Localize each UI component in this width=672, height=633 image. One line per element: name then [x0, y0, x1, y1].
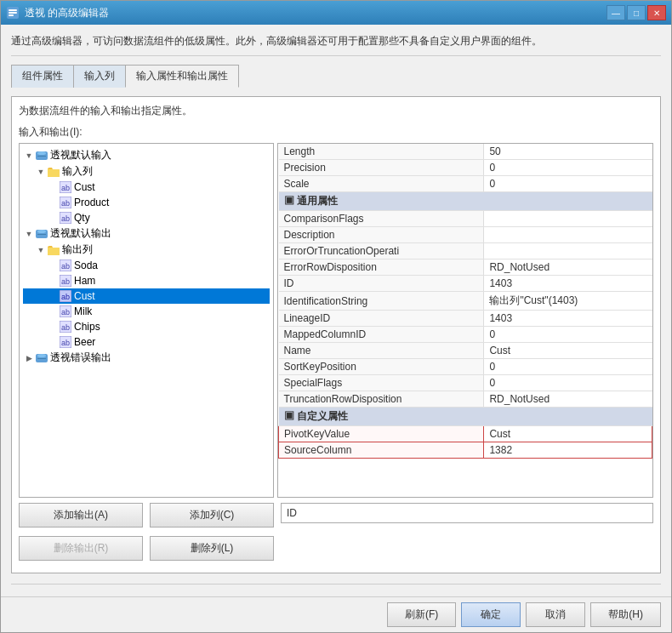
toggle-root-output[interactable]: ▼: [23, 228, 35, 240]
separator: [11, 584, 661, 585]
tree-item-ham[interactable]: ab Ham: [23, 273, 270, 288]
toggle-output-cols[interactable]: ▼: [35, 244, 47, 256]
prop-value-scale[interactable]: 0: [484, 176, 652, 192]
prop-row-scale: Scale 0: [279, 176, 652, 192]
close-button[interactable]: ✕: [647, 5, 666, 20]
prop-value-comparison[interactable]: [484, 211, 652, 227]
db-icon-error: [35, 351, 48, 365]
tree-buttons: 添加输出(A) 添加列(C) 删除输出(R) 删除列(L): [19, 503, 274, 566]
prop-name-error-op: ErrorOrTruncationOperati: [279, 243, 484, 259]
remove-column-button[interactable]: 删除列(L): [150, 536, 274, 561]
label-chips: Chips: [74, 321, 100, 333]
prop-value-truncation[interactable]: RD_NotUsed: [484, 391, 652, 408]
add-column-button[interactable]: 添加列(C): [150, 503, 274, 528]
col-icon-milk: ab: [59, 305, 72, 318]
svg-rect-3: [9, 14, 14, 16]
prop-group-custom: ▣ 自定义属性: [279, 408, 652, 426]
col-icon-qty: ab: [59, 211, 72, 225]
title-controls: — □ ✕: [607, 5, 666, 20]
prop-name-name: Name: [279, 343, 484, 359]
tree-item-root-error[interactable]: ▶ 透视错误输出: [23, 350, 270, 366]
toggle-root-error[interactable]: ▶: [23, 352, 35, 364]
prop-value-id[interactable]: 1403: [484, 276, 652, 292]
tree-item-output-cols[interactable]: ▼ 输出列: [23, 242, 270, 258]
toggle-milk: [47, 305, 59, 317]
tab-input-output[interactable]: 输入属性和输出属性: [125, 65, 239, 88]
group-expand-custom: ▣: [284, 410, 294, 422]
io-label: 输入和输出(I):: [19, 125, 653, 140]
title-bar: 透视 的高级编辑器 — □ ✕: [1, 1, 671, 25]
prop-value-error-op[interactable]: [484, 243, 652, 259]
col-icon-ham: ab: [59, 274, 72, 288]
props-info-bar: ID: [281, 503, 653, 523]
app-icon: [6, 6, 20, 20]
tree-item-qty[interactable]: ab Qty: [23, 210, 270, 225]
prop-row-idstring: IdentificationString 输出列"Cust"(1403): [279, 292, 652, 311]
prop-value-name[interactable]: Cust: [484, 343, 652, 359]
tree-item-root-input[interactable]: ▼ 透视默认输入: [23, 147, 270, 163]
help-button[interactable]: 帮助(H): [590, 602, 661, 627]
add-output-button[interactable]: 添加输出(A): [19, 503, 143, 528]
prop-name-lineage: LineageID: [279, 311, 484, 327]
svg-rect-30: [37, 358, 46, 359]
group-header-general: ▣ 通用属性: [279, 192, 652, 211]
label-root-input: 透视默认输入: [50, 148, 111, 163]
svg-text:ab: ab: [61, 214, 70, 223]
maximize-button[interactable]: □: [627, 5, 646, 20]
tree-item-beer[interactable]: ab Beer: [23, 334, 270, 350]
title-bar-left: 透视 的高级编辑器: [6, 6, 109, 20]
prop-row-source-col: SourceColumn 1382: [279, 442, 652, 459]
prop-value-idstring[interactable]: 输出列"Cust"(1403): [484, 292, 652, 311]
minimize-button[interactable]: —: [607, 5, 625, 20]
prop-row-special: SpecialFlags 0: [279, 375, 652, 391]
prop-name-sort: SortKeyPosition: [279, 359, 484, 375]
cancel-button[interactable]: 取消: [526, 602, 585, 627]
tree-item-root-output[interactable]: ▼ 透视默认输出: [23, 225, 270, 242]
toggle-root-input[interactable]: ▼: [23, 150, 35, 162]
tree-item-soda[interactable]: ab Soda: [23, 258, 270, 273]
label-input-cols: 输入列: [62, 164, 93, 179]
tab-component[interactable]: 组件属性: [11, 65, 74, 88]
tree-panel[interactable]: ▼ 透视默认输入 ▼: [19, 143, 274, 498]
confirm-button[interactable]: 确定: [461, 602, 521, 627]
svg-rect-15: [37, 234, 46, 235]
label-milk: Milk: [74, 305, 92, 317]
properties-table: Length 50 Precision 0 Scale 0: [278, 144, 652, 459]
prop-value-error-row[interactable]: RD_NotUsed: [484, 259, 652, 276]
tree-item-milk[interactable]: ab Milk: [23, 304, 270, 319]
tree-item-cust-output[interactable]: ab Cust: [23, 288, 270, 304]
svg-point-5: [37, 151, 46, 155]
prop-value-lineage[interactable]: 1403: [484, 311, 652, 327]
folder-icon-input: [47, 165, 60, 179]
prop-value-sort[interactable]: 0: [484, 359, 652, 375]
prop-value-source-col[interactable]: 1382: [484, 442, 652, 459]
refresh-button[interactable]: 刷新(F): [387, 602, 456, 627]
tree-item-chips[interactable]: ab Chips: [23, 319, 270, 334]
prop-value-precision[interactable]: 0: [484, 160, 652, 176]
svg-rect-6: [37, 156, 46, 157]
tab-input[interactable]: 输入列: [73, 65, 126, 88]
prop-value-length[interactable]: 50: [484, 144, 652, 160]
main-window: 透视 的高级编辑器 — □ ✕ 通过高级编辑器，可访问数据流组件的低级属性。此外…: [0, 0, 672, 633]
prop-row-truncation: TruncationRowDisposition RD_NotUsed: [279, 391, 652, 408]
svg-text:ab: ab: [61, 277, 70, 286]
toggle-beer: [47, 336, 59, 348]
remove-output-button[interactable]: 删除输出(R): [19, 536, 143, 561]
prop-value-mapped[interactable]: 0: [484, 327, 652, 343]
col-icon-cust-input: ab: [59, 180, 72, 194]
toggle-input-cols[interactable]: ▼: [35, 166, 47, 178]
prop-value-pivot-key[interactable]: Cust: [484, 426, 652, 442]
col-icon-beer: ab: [59, 335, 72, 349]
label-beer: Beer: [74, 336, 95, 348]
tree-item-product[interactable]: ab Product: [23, 195, 270, 210]
tree-item-input-cols[interactable]: ▼ 输入列: [23, 163, 270, 180]
tree-item-cust-input[interactable]: ab Cust: [23, 180, 270, 195]
prop-name-comparison: ComparisonFlags: [279, 211, 484, 227]
prop-row-id: ID 1403: [279, 276, 652, 292]
properties-panel: Length 50 Precision 0 Scale 0: [277, 143, 653, 498]
prop-name-source-col: SourceColumn: [279, 442, 484, 459]
label-soda: Soda: [74, 259, 98, 271]
prop-value-special[interactable]: 0: [484, 375, 652, 391]
prop-value-description[interactable]: [484, 227, 652, 243]
group-expand-general: ▣: [284, 195, 294, 207]
